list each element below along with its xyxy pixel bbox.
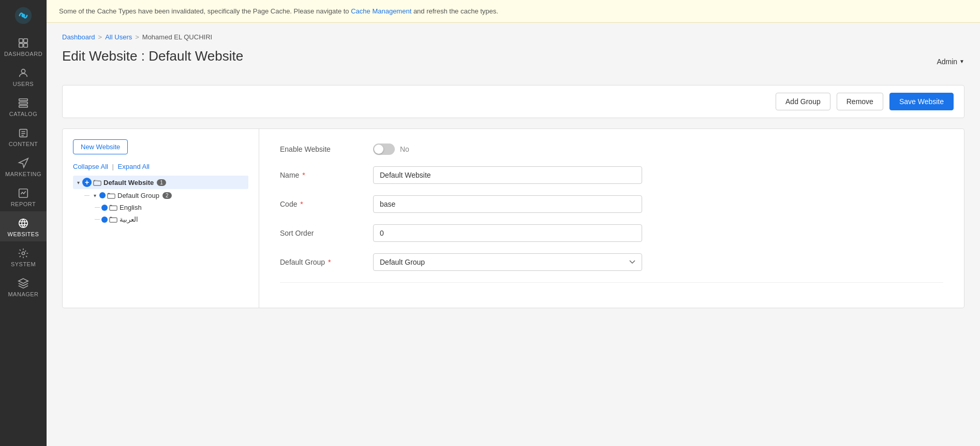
tree-row-default-group[interactable]: ▾ Default Group 2 (73, 189, 248, 202)
tree-toggle-root[interactable]: ▾ (74, 178, 82, 186)
enable-toggle[interactable] (373, 143, 395, 155)
default-group-select[interactable]: Default Group (373, 253, 642, 271)
breadcrumb-current: Mohamed EL QUCHIRI (142, 33, 212, 41)
svg-rect-19 (94, 181, 101, 185)
svg-point-1 (21, 13, 25, 17)
tree-icons-english (101, 204, 117, 211)
tree-label-english: English (120, 204, 142, 211)
svg-rect-4 (19, 44, 23, 47)
sort-order-input[interactable] (373, 224, 642, 242)
sidebar-logo (0, 0, 47, 31)
svg-point-18 (22, 252, 25, 255)
form-row-name: Name * (280, 166, 943, 184)
sidebar-label-manager: MANAGER (8, 291, 38, 297)
admin-label: Admin (937, 57, 957, 66)
svg-rect-24 (110, 206, 117, 210)
svg-rect-2 (19, 39, 23, 42)
tree-connector-1 (84, 195, 90, 196)
breadcrumb-sep-2: > (135, 33, 139, 41)
svg-rect-8 (19, 102, 28, 104)
breadcrumb-dashboard[interactable]: Dashboard (62, 33, 95, 41)
collapse-all-link[interactable]: Collapse All (73, 163, 108, 170)
svg-rect-26 (110, 218, 117, 222)
tree-row-english[interactable]: English (73, 202, 248, 213)
svg-rect-7 (19, 99, 28, 101)
tree-toggle-group[interactable]: ▾ (91, 191, 99, 199)
sidebar-label-system: SYSTEM (11, 261, 36, 267)
svg-rect-5 (24, 44, 27, 47)
form-label-code: Code * (280, 200, 373, 208)
sidebar: DASHBOARD USERS CATALOG CONTENT MA (0, 0, 47, 446)
cache-management-link[interactable]: Cache Management (351, 7, 411, 15)
breadcrumb: Dashboard > All Users > Mohamed EL QUCHI… (62, 33, 964, 41)
tree-connector-3 (95, 219, 100, 220)
tree-label-default-website: Default Website (103, 179, 154, 186)
tree-connector-2 (95, 207, 100, 208)
form-label-enable: Enable Website (280, 145, 373, 153)
form-row-default-group: Default Group * Default Group (280, 253, 943, 271)
remove-button[interactable]: Remove (837, 93, 883, 110)
alert-message: Some of the Cache Types have been invali… (59, 7, 349, 15)
svg-rect-20 (95, 180, 98, 181)
save-website-button[interactable]: Save Website (889, 93, 954, 110)
sidebar-item-system[interactable]: SYSTEM (0, 241, 47, 271)
breadcrumb-all-users[interactable]: All Users (105, 33, 132, 41)
svg-point-25 (101, 217, 108, 223)
toolbar: Add Group Remove Save Website (62, 85, 964, 118)
sidebar-item-report[interactable]: REPORT (0, 181, 47, 211)
tree-add-button-root[interactable]: + (82, 178, 92, 187)
sidebar-item-users[interactable]: USERS (0, 61, 47, 91)
name-input[interactable] (373, 166, 642, 184)
svg-rect-22 (108, 194, 115, 198)
form-row-enable: Enable Website No (280, 143, 943, 155)
svg-point-21 (99, 192, 106, 198)
sidebar-item-content[interactable]: CONTENT (0, 121, 47, 151)
svg-rect-9 (19, 106, 28, 108)
content-grid: New Website Collapse All | Expand All ▾ … (62, 128, 964, 308)
sidebar-label-content: CONTENT (9, 141, 38, 147)
tree-badge-root: 1 (157, 179, 166, 186)
tree-actions-sep: | (112, 163, 116, 170)
sidebar-item-catalog[interactable]: CATALOG (0, 91, 47, 121)
sidebar-label-marketing: MARKETING (5, 171, 41, 177)
form-row-code: Code * (280, 195, 943, 213)
svg-rect-3 (24, 39, 27, 42)
alert-banner: Some of the Cache Types have been invali… (47, 0, 980, 23)
sidebar-label-users: USERS (13, 81, 34, 87)
toggle-state-label: No (400, 145, 409, 153)
svg-point-15 (19, 219, 28, 228)
sidebar-item-websites[interactable]: WEBSITES (0, 211, 47, 241)
sidebar-item-marketing[interactable]: MARKETING (0, 151, 47, 181)
alert-message-end: and refresh the cache types. (413, 7, 498, 15)
sidebar-item-dashboard[interactable]: DASHBOARD (0, 31, 47, 61)
tree: ▾ + Default Website 1 (73, 176, 248, 225)
tree-row-default-website[interactable]: ▾ + Default Website 1 (73, 176, 248, 189)
form-row-sort-order: Sort Order (280, 224, 943, 242)
toggle-knob (374, 145, 383, 154)
expand-all-link[interactable]: Expand All (118, 163, 150, 170)
admin-chevron-icon: ▼ (959, 59, 964, 64)
sidebar-item-manager[interactable]: MANAGER (0, 271, 47, 301)
main-content: Some of the Cache Types have been invali… (47, 0, 980, 446)
new-website-button[interactable]: New Website (73, 139, 128, 154)
svg-point-23 (101, 205, 108, 211)
tree-badge-group: 2 (162, 192, 172, 199)
form-divider (280, 282, 943, 283)
tree-icons-root (93, 179, 101, 186)
page-area: Dashboard > All Users > Mohamed EL QUCHI… (47, 23, 980, 446)
code-input[interactable] (373, 195, 642, 213)
breadcrumb-sep-1: > (98, 33, 102, 41)
form-label-name: Name * (280, 171, 373, 179)
admin-menu[interactable]: Admin ▼ (937, 57, 964, 66)
form-label-default-group: Default Group * (280, 258, 373, 266)
tree-label-default-group: Default Group (117, 192, 159, 199)
right-panel: Enable Website No Name * (259, 129, 964, 308)
sidebar-label-websites: WEBSITES (8, 231, 39, 237)
add-group-button[interactable]: Add Group (776, 93, 830, 110)
tree-actions: Collapse All | Expand All (73, 163, 248, 170)
tree-row-arabic[interactable]: العربية (73, 213, 248, 225)
tree-icons-group (99, 192, 115, 199)
tree-icons-arabic (101, 216, 117, 223)
sidebar-label-report: REPORT (11, 201, 36, 207)
left-panel: New Website Collapse All | Expand All ▾ … (63, 129, 259, 308)
